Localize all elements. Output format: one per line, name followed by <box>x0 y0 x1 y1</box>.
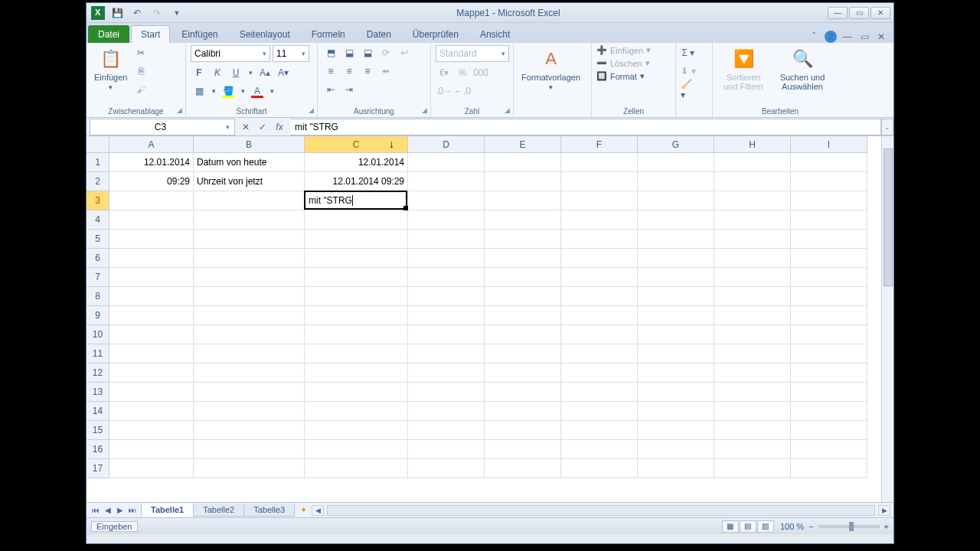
cell-G2[interactable] <box>638 172 714 191</box>
cell-E5[interactable] <box>485 230 561 249</box>
increase-decimal-icon[interactable]: .0→ <box>436 83 452 99</box>
cell-H14[interactable] <box>714 402 791 421</box>
cell-A12[interactable] <box>109 364 194 383</box>
cell-I17[interactable] <box>791 459 867 478</box>
cell-F11[interactable] <box>561 344 638 364</box>
sheet-tab-1[interactable]: Tabelle1 <box>141 504 194 517</box>
cell-F13[interactable] <box>561 383 638 402</box>
fill-handle[interactable] <box>403 206 408 210</box>
row-header-11[interactable]: 11 <box>87 344 109 364</box>
cell-D11[interactable] <box>408 344 485 364</box>
cell-D9[interactable] <box>408 306 485 325</box>
row-header-2[interactable]: 2 <box>87 172 109 191</box>
redo-icon[interactable]: ↷ <box>149 5 165 21</box>
cell-F14[interactable] <box>561 402 638 421</box>
cut-icon[interactable]: ✂ <box>133 45 149 60</box>
cell-A6[interactable] <box>109 249 194 268</box>
cell-B2[interactable]: Uhrzeit von jetzt <box>194 172 305 191</box>
cell-A5[interactable] <box>109 230 194 249</box>
cell-I8[interactable] <box>791 287 867 306</box>
italic-button[interactable]: K <box>209 65 226 80</box>
next-sheet-icon[interactable]: ▶ <box>114 504 126 517</box>
decrease-decimal-icon[interactable]: ←.0 <box>454 83 471 99</box>
sheet-tab-3[interactable]: Tabelle3 <box>243 504 295 517</box>
prev-sheet-icon[interactable]: ◀ <box>102 504 114 517</box>
cell-F3[interactable] <box>561 191 638 210</box>
cell-A4[interactable] <box>109 210 194 230</box>
zoom-slider[interactable] <box>818 525 880 528</box>
cell-D8[interactable] <box>408 287 485 306</box>
cell-C8[interactable] <box>305 287 408 306</box>
cell-A16[interactable] <box>109 440 194 459</box>
row-header-14[interactable]: 14 <box>87 402 109 421</box>
cell-H3[interactable] <box>714 191 791 210</box>
cell-F7[interactable] <box>561 268 638 287</box>
cell-C7[interactable] <box>305 268 408 287</box>
align-top-icon[interactable]: ⬒ <box>322 45 339 60</box>
enter-icon[interactable]: ✓ <box>255 119 270 135</box>
cell-A9[interactable] <box>109 306 194 325</box>
cell-G1[interactable] <box>638 153 714 172</box>
cell-F6[interactable] <box>561 249 638 268</box>
col-header-A[interactable]: A <box>109 136 194 153</box>
cell-D4[interactable] <box>408 210 485 230</box>
cell-D17[interactable] <box>408 459 485 478</box>
horizontal-scrollbar[interactable]: ◀▶ <box>312 505 893 516</box>
cell-H5[interactable] <box>714 230 791 249</box>
cell-E11[interactable] <box>485 344 561 364</box>
formatvorlagen-button[interactable]: A Formatvorlagen ▾ <box>518 45 583 93</box>
merge-icon[interactable]: ⬌ <box>377 64 394 79</box>
cell-B4[interactable] <box>194 210 305 230</box>
cell-B5[interactable] <box>194 230 305 249</box>
cell-F15[interactable] <box>561 421 638 440</box>
maximize-button[interactable]: ▭ <box>849 7 869 19</box>
cell-A14[interactable] <box>109 402 194 421</box>
row-header-3[interactable]: 3 <box>87 191 109 210</box>
cell-I9[interactable] <box>791 306 867 325</box>
copy-icon[interactable]: ⎘ <box>133 64 149 79</box>
cell-E4[interactable] <box>485 210 561 230</box>
zoom-in-icon[interactable]: + <box>884 522 889 531</box>
cell-B12[interactable] <box>194 364 305 383</box>
cell-G4[interactable] <box>638 210 714 230</box>
cell-A8[interactable] <box>109 287 194 306</box>
col-header-C[interactable]: C <box>305 136 408 153</box>
cell-B8[interactable] <box>194 287 305 306</box>
cell-D2[interactable] <box>408 172 485 191</box>
bold-button[interactable]: F <box>191 65 207 80</box>
font-name-combo[interactable]: Calibri▾ <box>191 45 270 62</box>
cell-B11[interactable] <box>194 344 305 364</box>
cell-D5[interactable] <box>408 230 485 249</box>
tab-start[interactable]: Start <box>131 25 170 43</box>
row-header-12[interactable]: 12 <box>87 364 109 383</box>
cell-G8[interactable] <box>638 287 714 306</box>
number-format-combo[interactable]: Standard▾ <box>436 45 509 62</box>
row-header-15[interactable]: 15 <box>87 421 109 440</box>
cell-I2[interactable] <box>791 172 867 191</box>
cell-H15[interactable] <box>714 421 791 440</box>
underline-button[interactable]: U <box>227 65 244 80</box>
cell-G10[interactable] <box>638 325 714 344</box>
cell-H4[interactable] <box>714 210 791 230</box>
cell-D6[interactable] <box>408 249 485 268</box>
tab-seitenlayout[interactable]: Seitenlayout <box>230 25 300 43</box>
cell-G12[interactable] <box>638 364 714 383</box>
cell-B1[interactable]: Datum von heute <box>194 153 305 172</box>
cell-E2[interactable] <box>485 172 561 191</box>
cell-I14[interactable] <box>791 402 867 421</box>
tab-datei[interactable]: Datei <box>88 25 129 43</box>
dialog-launcher-icon[interactable]: ◢ <box>309 106 314 114</box>
cell-C1[interactable]: 12.01.2014 <box>305 153 408 172</box>
find-select-button[interactable]: 🔍 Suchen und Auswählen <box>773 45 832 93</box>
row-header-5[interactable]: 5 <box>87 230 109 249</box>
cell-F16[interactable] <box>561 440 638 459</box>
cell-I13[interactable] <box>791 383 867 402</box>
increase-indent-icon[interactable]: ⇥ <box>341 82 358 97</box>
close-button[interactable]: ✕ <box>871 7 890 19</box>
font-color-icon[interactable]: A <box>249 83 266 99</box>
cell-E7[interactable] <box>485 268 561 287</box>
cell-G14[interactable] <box>638 402 714 421</box>
row-header-9[interactable]: 9 <box>87 306 109 325</box>
cell-A17[interactable] <box>109 459 194 478</box>
qat-dropdown-icon[interactable]: ▼ <box>169 5 185 21</box>
